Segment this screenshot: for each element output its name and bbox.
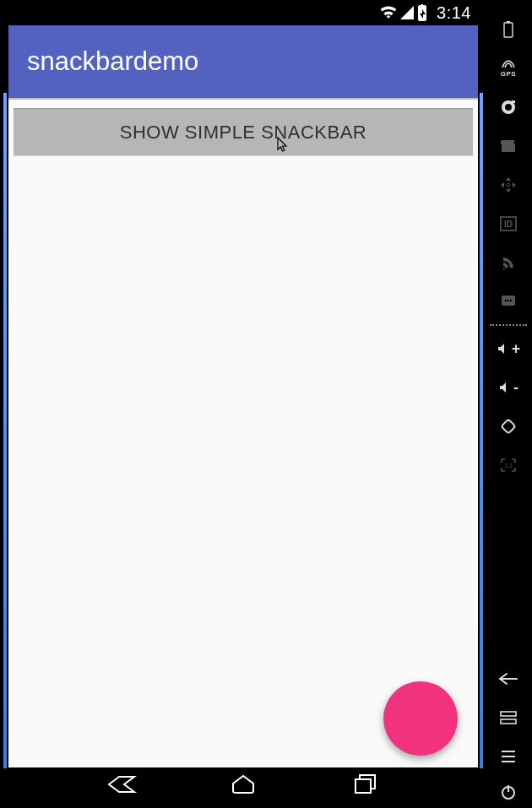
battery-tool-icon[interactable] bbox=[485, 10, 532, 49]
gps-tool-icon[interactable]: GPS bbox=[485, 49, 532, 88]
wifi-icon bbox=[379, 5, 398, 20]
battery-charging-icon bbox=[416, 4, 428, 21]
scale-tool-icon[interactable]: 1:1 bbox=[485, 446, 532, 485]
emulator-frame: 3:14 snackbardemo SHOW SIMPLE SNACKBAR bbox=[0, 0, 485, 808]
svg-rect-17 bbox=[501, 712, 516, 716]
id-tool-icon[interactable]: ID bbox=[485, 204, 532, 243]
nav-overview-button[interactable] bbox=[347, 773, 384, 796]
svg-rect-18 bbox=[501, 719, 516, 724]
emulator-power-button[interactable] bbox=[485, 776, 532, 808]
volume-down-button[interactable]: - bbox=[485, 368, 532, 407]
fab-button[interactable] bbox=[383, 681, 458, 756]
nav-back-button[interactable] bbox=[102, 773, 139, 796]
emulator-overview-button[interactable] bbox=[485, 698, 532, 737]
gps-label: GPS bbox=[501, 71, 516, 78]
clapper-tool-icon[interactable] bbox=[485, 127, 532, 165]
svg-point-12 bbox=[505, 300, 507, 301]
toolbar-separator bbox=[490, 324, 527, 326]
show-snackbar-button[interactable]: SHOW SIMPLE SNACKBAR bbox=[14, 108, 473, 155]
svg-rect-3 bbox=[507, 21, 510, 23]
svg-rect-15 bbox=[502, 420, 516, 434]
decorative-edge bbox=[480, 93, 483, 768]
app-title: snackbardemo bbox=[27, 46, 198, 77]
nav-home-button[interactable] bbox=[225, 773, 262, 796]
svg-text:1:1: 1:1 bbox=[504, 463, 513, 469]
rotate-tool-icon[interactable] bbox=[485, 407, 532, 446]
signal-icon bbox=[399, 5, 415, 20]
status-icons bbox=[379, 4, 428, 21]
device-screen: 3:14 snackbardemo SHOW SIMPLE SNACKBAR bbox=[8, 0, 478, 808]
dpad-tool-icon[interactable] bbox=[485, 165, 532, 204]
svg-rect-1 bbox=[356, 779, 371, 793]
status-bar: 3:14 bbox=[8, 0, 478, 25]
svg-point-8 bbox=[507, 183, 510, 187]
emulator-menu-button[interactable] bbox=[485, 737, 532, 776]
content-area: SHOW SIMPLE SNACKBAR bbox=[8, 100, 478, 767]
svg-rect-6 bbox=[512, 100, 515, 103]
volume-up-button[interactable]: + bbox=[485, 329, 532, 368]
emulator-back-button[interactable] bbox=[485, 659, 532, 698]
app-bar: snackbardemo bbox=[8, 25, 478, 100]
network-tool-icon[interactable] bbox=[485, 243, 532, 282]
svg-rect-7 bbox=[502, 144, 515, 152]
decorative-edge bbox=[3, 93, 7, 768]
status-time: 3:14 bbox=[437, 3, 471, 23]
svg-point-5 bbox=[505, 104, 512, 111]
svg-point-14 bbox=[510, 300, 512, 301]
sms-tool-icon[interactable] bbox=[485, 282, 532, 321]
svg-text:ID: ID bbox=[504, 220, 513, 229]
svg-point-13 bbox=[508, 300, 509, 301]
emulator-toolbar: GPS ID + - 1:1 bbox=[485, 0, 532, 808]
android-nav-bar bbox=[8, 767, 478, 808]
camera-tool-icon[interactable] bbox=[485, 88, 532, 127]
svg-rect-2 bbox=[504, 23, 513, 37]
